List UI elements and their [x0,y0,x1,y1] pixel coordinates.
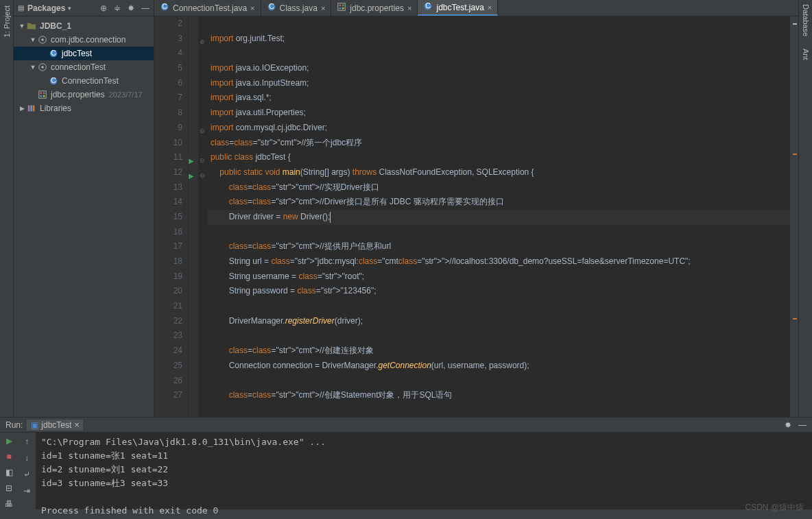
svg-point-5 [41,66,44,69]
svg-rect-13 [28,106,30,112]
stop-button[interactable]: ■ [3,451,15,463]
svg-text:C: C [51,49,56,57]
locate-icon[interactable]: ⊕ [100,3,107,13]
ant-tool-label[interactable]: Ant [802,46,810,63]
run-tab-label: jdbcTest [41,420,71,430]
layout-button[interactable]: ⊟ [3,482,15,494]
project-scope-title[interactable]: Packages [27,3,65,13]
tree-item-libraries[interactable]: ▶Libraries [14,101,154,115]
project-panel-header: ▤ Packages ▾ ⊕ ≑ ✸ — [14,0,154,16]
wrap-button[interactable]: ⤶ [21,468,33,481]
tree-item-connectiontest[interactable]: CConnectionTest [14,74,154,88]
run-tab[interactable]: ▣ jdbcTest × [27,420,83,431]
project-panel: ▤ Packages ▾ ⊕ ≑ ✸ — ▼JDBC_1▼com.jdbc.co… [14,0,154,417]
run-title: Run: [5,420,23,430]
editor-tabs: CConnectionTest.java×CClass.java×jdbc.pr… [154,0,798,16]
up-button[interactable]: ↑ [21,435,33,448]
watermark: CSDN @猿中猿 [745,502,804,514]
left-tool-strip[interactable]: 1: Project [0,0,14,417]
scroll-button[interactable]: ⇥ [21,485,33,497]
tree-item-jdbc-properties[interactable]: jdbc.properties2023/7/17 [14,88,154,101]
rerun-button[interactable]: ▶ [3,435,15,447]
close-icon[interactable]: × [488,3,492,12]
run-gutter[interactable]: ▶▶ [189,16,198,417]
tab-jdbc-properties[interactable]: jdbc.properties× [331,0,418,16]
tab-class-java[interactable]: CClass.java× [261,0,332,16]
expand-icon[interactable]: ≑ [114,3,121,13]
tree-item-com-jdbc-connection[interactable]: ▼com.jdbc.connection [14,33,154,47]
svg-rect-21 [339,5,342,7]
svg-rect-24 [342,8,344,10]
close-icon[interactable]: × [250,4,254,12]
run-panel-header: Run: ▣ jdbcTest × ✸ — [0,418,812,433]
print-button[interactable]: 🖶 [3,498,15,509]
run-action-bar-1: ▶ ■ ◧ ⊟ 🖶 [0,433,18,509]
run-action-bar-2: ↑ ↓ ⤶ ⇥ [18,433,36,509]
close-icon[interactable]: × [74,420,79,430]
settings-icon[interactable]: ✸ [128,3,134,13]
svg-text:C: C [426,1,431,10]
project-scope-icon[interactable]: ▤ [18,4,25,12]
close-icon[interactable]: × [407,4,411,12]
editor-area: CConnectionTest.java×CClass.java×jdbc.pr… [154,0,798,417]
svg-text:C: C [162,2,167,10]
editor-scrollbar[interactable] [790,16,798,417]
right-tool-strip[interactable]: Database Ant [798,0,812,417]
line-number-gutter: 2345678910111213141516171819202122232425… [154,16,189,417]
tree-item-jdbc_1[interactable]: ▼JDBC_1 [14,19,154,33]
run-hide-icon[interactable]: — [798,420,807,430]
console-output[interactable]: "C:\Program Files\Java\jdk1.8.0_131\bin\… [36,433,812,509]
file-icon [337,2,346,14]
svg-rect-22 [342,5,344,7]
svg-rect-11 [40,95,43,97]
database-tool-label[interactable]: Database [802,1,810,39]
hide-icon[interactable]: — [141,3,150,13]
run-tab-icon: ▣ [31,420,38,430]
run-settings-icon[interactable]: ✸ [785,420,791,430]
screenshot-button[interactable]: ◧ [3,467,15,479]
project-tool-label[interactable]: 1: Project [3,3,11,40]
svg-text:C: C [51,76,56,84]
dropdown-icon[interactable]: ▾ [68,5,71,12]
svg-point-1 [41,38,44,41]
run-panel: Run: ▣ jdbcTest × ✸ — ▶ ■ ◧ ⊟ 🖶 ↑ ↓ ⤶ ⇥ … [0,417,812,509]
tree-item-jdbctest[interactable]: CjdbcTest [14,47,154,60]
svg-rect-20 [338,3,346,11]
close-icon[interactable]: × [321,4,325,12]
tab-connectiontest-java[interactable]: CConnectionTest.java× [154,0,261,16]
svg-rect-15 [33,106,35,112]
project-tree[interactable]: ▼JDBC_1▼com.jdbc.connectionCjdbcTest▼con… [14,16,154,118]
code-content[interactable]: import org.junit.Test; import java.io.IO… [208,16,790,417]
tab-jdbctest-java[interactable]: CjdbcTest.java× [418,0,498,16]
file-icon: C [267,2,276,14]
file-icon: C [423,1,433,13]
svg-rect-12 [43,95,45,97]
svg-text:C: C [269,2,274,10]
fold-gutter[interactable]: ⊕⊖⊖⊖ [198,16,208,417]
svg-rect-8 [39,91,47,99]
tree-item-connectiontest[interactable]: ▼connectionTest [14,60,154,74]
svg-rect-14 [30,106,32,112]
svg-rect-9 [40,93,43,95]
code-editor[interactable]: 2345678910111213141516171819202122232425… [154,16,798,417]
svg-rect-23 [339,8,342,10]
file-icon: C [160,2,169,14]
svg-rect-10 [43,93,45,95]
down-button[interactable]: ↓ [21,452,33,464]
